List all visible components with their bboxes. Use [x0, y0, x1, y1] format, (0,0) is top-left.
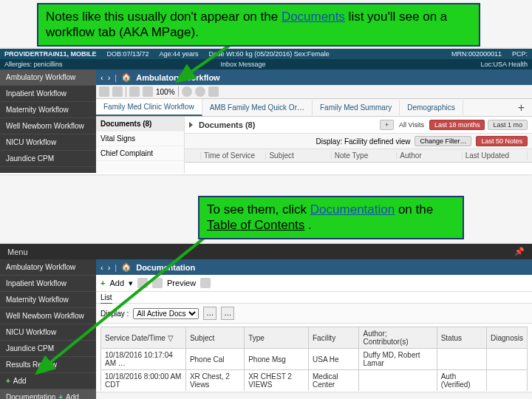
content-panel: ‹ › | 🏠 Ambulatory Workflow 100% Family … — [96, 69, 532, 173]
documents-main: Documents (8) + All Visits Last 18 month… — [185, 117, 532, 173]
collapse-icon[interactable] — [189, 122, 193, 128]
filter-1m-button[interactable]: Last 1 mo — [488, 120, 528, 130]
th-facility[interactable]: Facility — [309, 327, 359, 349]
toc-item-inpatient[interactable]: Inpatient Workflow — [0, 276, 96, 292]
nav-fwd-icon[interactable]: › — [108, 73, 111, 82]
filter-btn-1[interactable]: … — [203, 307, 216, 320]
toc-chief-complaint[interactable]: Chief Complaint — [96, 146, 184, 161]
toolbar-icon-1[interactable] — [99, 86, 109, 97]
th-type[interactable]: Type — [245, 327, 309, 349]
tag-icon[interactable] — [200, 278, 211, 288]
all-visits-label[interactable]: All Visits — [397, 121, 426, 129]
toolbar-icon-2[interactable] — [112, 86, 123, 97]
home-icon[interactable]: 🏠 — [121, 262, 132, 272]
col-author[interactable]: Author — [397, 151, 462, 160]
menu-label[interactable]: Menu — [7, 248, 28, 256]
workflow-tabs: Family Med Clinic Workflow AMB Family Me… — [96, 99, 532, 117]
callout-mid: To see them, click Documentation on the … — [198, 196, 464, 239]
zoom-label: 100% — [156, 88, 175, 96]
toolbar-icon-3[interactable] — [129, 86, 140, 97]
col-updated[interactable]: Last Updated — [463, 151, 528, 160]
change-filter-button[interactable]: Change Filter… — [415, 136, 471, 146]
home-icon[interactable]: 🏠 — [121, 72, 132, 82]
toc-item-ambulatory[interactable]: Ambulatory Workflow — [0, 259, 96, 276]
th-diagnosis[interactable]: Diagnosis — [487, 327, 528, 349]
sidebar-item-inpatient[interactable]: Inpatient Workflow — [0, 86, 96, 102]
nav-fwd-icon[interactable]: › — [108, 263, 111, 272]
pin-icon[interactable]: 📌 — [514, 247, 525, 256]
toolbar-icon[interactable] — [152, 278, 163, 288]
callout-mid-text1: To see them, click — [207, 202, 310, 216]
toolbar-icon-5[interactable] — [208, 86, 219, 97]
tab-family-med-clinic[interactable]: Family Med Clinic Workflow — [96, 99, 202, 116]
callout-mid-text3: . — [308, 218, 312, 232]
add-button[interactable]: Add — [109, 279, 124, 287]
display-select[interactable]: All Active Docs — [133, 308, 199, 319]
documents-controls: Display: Facility defined view Change Fi… — [185, 134, 532, 149]
tab-amb-quick[interactable]: AMB Family Med Quick Or… — [202, 100, 313, 115]
sidebar-item-maternity[interactable]: Maternity Workflow — [0, 102, 96, 118]
display-label: Display : — [100, 310, 129, 318]
toolbar-dot-icon[interactable] — [182, 86, 192, 97]
th-status[interactable]: Status — [437, 327, 486, 349]
th-author[interactable]: Author; Contributor(s) — [359, 327, 437, 349]
table-row[interactable]: 10/18/2016 8:00:00 AM CDT XR Chest, 2 Vi… — [101, 370, 528, 392]
table-header-row: Service Date/Time ▽ Subject Type Facilit… — [101, 327, 528, 349]
patient-pcp: PCP: — [512, 50, 528, 58]
dropdown-icon[interactable]: ▾ — [129, 279, 133, 288]
preview-button[interactable]: Preview — [167, 279, 196, 287]
documentation-content: ‹ › | 🏠 Documentation + Add ▾ Preview Li… — [96, 259, 532, 391]
breadcrumb: ‹ › | 🏠 Ambulatory Workflow — [96, 69, 532, 85]
tab-demographics[interactable]: Demographics — [400, 100, 463, 115]
add-doc-button[interactable]: + — [380, 120, 394, 130]
toc-item-maternity[interactable]: Maternity Workflow — [0, 292, 96, 308]
breadcrumb-title: Ambulatory Workflow — [136, 73, 219, 82]
sidebar-item-jaundice[interactable]: Jaundice CPM — [0, 151, 96, 167]
callout-mid-u: Table of Contents — [207, 218, 304, 232]
toolbar-icon[interactable] — [137, 278, 148, 288]
tab-family-med-summary[interactable]: Family Med Summary — [313, 100, 400, 115]
toolbar-sep — [126, 86, 126, 97]
toolbar-sep2 — [178, 86, 179, 97]
toc-item-orders[interactable]: + Add — [0, 373, 96, 389]
filter-18m-button[interactable]: Last 18 months — [429, 120, 485, 130]
table-row[interactable]: 10/18/2016 10:17:04 AM … Phone Cal Phone… — [101, 349, 528, 370]
filter-btn-2[interactable]: … — [221, 307, 234, 320]
plus-icon: + — [58, 393, 63, 399]
toc-documents[interactable]: Documents (8) — [96, 117, 184, 132]
toc-item-nicu[interactable]: NICU Workflow — [0, 324, 96, 341]
callout-mid-text2: on the — [398, 202, 433, 216]
patient-dose: Dose Wt:60 kg (05/20/2016) Sex:Female — [209, 50, 330, 58]
nav-sep: | — [115, 73, 117, 82]
list-tab[interactable]: List — [96, 292, 532, 304]
toolbar-dot-icon2[interactable] — [195, 86, 205, 97]
display-mode-label: Display: Facility defined view — [316, 137, 411, 146]
documents-table-header: Time of Service Subject Note Type Author… — [185, 149, 532, 163]
nav-back-icon[interactable]: ‹ — [100, 263, 103, 272]
documents-title: Documents (8) — [199, 120, 255, 129]
add-tab-button[interactable]: + — [511, 101, 532, 115]
toolbar-icon-4[interactable] — [143, 86, 153, 97]
nav-back-icon[interactable]: ‹ — [100, 73, 103, 82]
documents-panel: Documents (8) Vital Signs Chief Complain… — [96, 117, 532, 173]
toc-item-documentation[interactable]: Documentation + Add — [0, 389, 96, 399]
toc-item-results[interactable]: Results Review — [0, 357, 96, 373]
content-toolbar: 100% — [96, 85, 532, 99]
screenshot-ambulatory-workflow: PROVIDERTRAIN11, MOBILE DOB:07/13/72 Age… — [0, 49, 532, 174]
sidebar-item-ambulatory[interactable]: Ambulatory Workflow — [0, 69, 96, 86]
col-subject[interactable]: Subject — [266, 151, 331, 160]
toc-item-jaundice[interactable]: Jaundice CPM — [0, 341, 96, 357]
last-50-button[interactable]: Last 50 Notes — [476, 136, 528, 146]
sidebar-item-well-newborn[interactable]: Well Newborn Workflow — [0, 118, 96, 134]
toc-vital-signs[interactable]: Vital Signs — [96, 132, 184, 146]
th-date[interactable]: Service Date/Time ▽ — [101, 327, 186, 349]
documents-header: Documents (8) + All Visits Last 18 month… — [185, 117, 532, 134]
toc-item-well-newborn[interactable]: Well Newborn Workflow — [0, 308, 96, 324]
plus-icon: + — [6, 377, 10, 385]
sidebar-item-nicu[interactable]: NICU Workflow — [0, 134, 96, 151]
th-subject[interactable]: Subject — [185, 327, 244, 349]
col-note-type[interactable]: Note Type — [332, 151, 397, 160]
col-time[interactable]: Time of Service — [201, 151, 266, 160]
menu-bar: Menu 📌 — [0, 244, 532, 259]
inbox-label: Inbox Message — [221, 61, 266, 68]
